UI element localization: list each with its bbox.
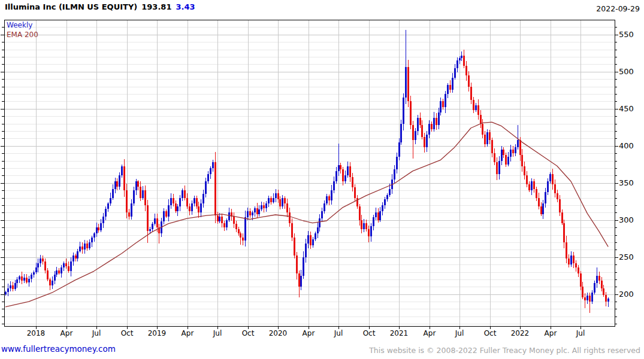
ema-200-line — [5, 122, 608, 307]
candle-body — [531, 181, 533, 190]
candle-body — [344, 175, 346, 181]
candle-body — [275, 193, 277, 198]
y-axis-tick-left — [2, 272, 4, 273]
y-axis-tick-right — [615, 220, 618, 221]
gridline-minor — [5, 101, 615, 102]
y-axis-tick-left — [2, 309, 4, 309]
candle-body — [268, 198, 270, 203]
candle-body — [31, 275, 32, 279]
candle-body — [526, 175, 528, 184]
candle-body — [126, 190, 128, 212]
candle-body — [91, 238, 93, 242]
candle-body — [368, 229, 370, 236]
x-axis-label: Apr — [52, 329, 81, 337]
gridline-vertical — [520, 20, 521, 326]
x-axis-label: Oct — [233, 329, 263, 337]
candle-body — [165, 211, 167, 217]
candle-body — [379, 211, 381, 220]
y-axis-tick-left — [2, 131, 4, 132]
candle-body — [273, 198, 274, 202]
candle-body — [477, 105, 479, 115]
gridline-minor — [5, 27, 615, 28]
candle-body — [363, 223, 365, 229]
candle-body — [154, 218, 156, 224]
candle-body — [189, 206, 191, 211]
candle-body — [75, 255, 77, 258]
chart-plot-area[interactable] — [0, 0, 644, 359]
candle-body — [196, 198, 198, 206]
y-axis-tick-left — [1, 72, 4, 72]
gridline-minor — [5, 302, 615, 302]
candle-body — [580, 273, 582, 287]
candle-body — [470, 87, 472, 100]
candle-body — [501, 150, 503, 161]
x-axis-label: Jul — [202, 329, 232, 337]
candle-body — [193, 198, 195, 203]
gridline-vertical — [399, 20, 400, 326]
candle-body — [105, 209, 107, 217]
candle-body — [16, 279, 18, 283]
x-axis-label: Apr — [173, 329, 202, 337]
candle-body — [121, 166, 123, 175]
candle-body — [86, 244, 88, 248]
y-axis-label: 550 — [619, 30, 634, 39]
x-axis-label: Jul — [445, 329, 474, 337]
y-axis-tick-right — [615, 205, 617, 206]
candle-body — [37, 263, 39, 267]
candle-body — [26, 278, 28, 282]
candle-body — [591, 293, 593, 302]
candle-body — [452, 78, 453, 90]
gridline-minor — [5, 161, 615, 162]
candle-body — [228, 212, 230, 220]
candle-body — [100, 223, 102, 230]
candle-body — [377, 212, 379, 220]
y-axis-tick-right — [615, 50, 617, 50]
candle-body — [342, 169, 344, 181]
candle-body — [445, 94, 446, 107]
plot-border-left — [4, 20, 5, 326]
y-axis-tick-right — [615, 190, 617, 191]
candle-body — [300, 276, 302, 287]
candle-body — [47, 270, 49, 279]
plot-border-right — [615, 20, 615, 326]
candle-body — [398, 142, 400, 157]
candle-body — [521, 155, 523, 166]
candle-body — [594, 283, 595, 293]
y-axis-tick-left — [2, 87, 4, 87]
y-axis-tick-right — [615, 183, 618, 184]
candle-body — [221, 217, 223, 223]
candle-body — [557, 193, 558, 199]
y-axis-label: 300 — [619, 215, 634, 224]
candle-body — [424, 137, 425, 147]
candle-body — [202, 194, 204, 203]
plot-border-top — [4, 20, 615, 20]
candle-body — [415, 131, 416, 140]
candle-wick — [585, 293, 585, 308]
y-axis-tick-left — [2, 242, 4, 243]
candle-body — [131, 203, 132, 217]
gridline-minor — [5, 250, 615, 250]
y-axis-tick-left — [2, 42, 4, 42]
y-axis-tick-left — [2, 212, 4, 213]
candle-body — [217, 215, 219, 221]
candle-body — [184, 190, 186, 198]
y-axis-tick-right — [615, 138, 617, 139]
website-link[interactable]: www.fullertreacymoney.com — [1, 344, 116, 354]
x-axis-label: Apr — [536, 329, 566, 337]
y-axis-tick-left — [2, 161, 4, 162]
candle-body — [123, 166, 125, 190]
candle-body — [114, 181, 116, 189]
candle-body — [52, 281, 53, 285]
gridline-minor — [5, 124, 615, 124]
y-axis-tick-right — [615, 235, 617, 236]
y-axis-tick-left — [2, 279, 4, 280]
gridline-minor — [5, 205, 615, 206]
candle-body — [294, 238, 295, 255]
y-axis-tick-left — [1, 183, 4, 184]
candle-body — [149, 229, 151, 231]
y-axis-tick-right — [615, 272, 617, 273]
candle-body — [81, 247, 83, 250]
candle-wick — [159, 224, 159, 244]
y-axis-tick-left — [2, 235, 4, 236]
candle-body — [352, 177, 353, 187]
